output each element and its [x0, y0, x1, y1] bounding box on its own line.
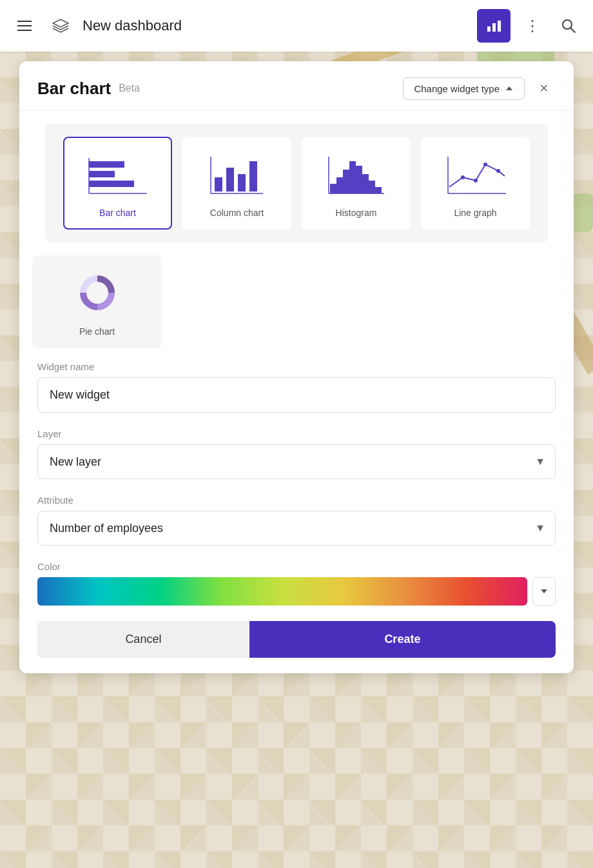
- create-button[interactable]: Create: [249, 621, 556, 658]
- column-chart-option[interactable]: Column chart: [182, 137, 291, 230]
- close-button[interactable]: ×: [532, 77, 556, 100]
- svg-point-31: [496, 169, 500, 173]
- svg-rect-8: [89, 171, 115, 177]
- svg-point-30: [483, 163, 487, 166]
- topbar: New dashboard ⋮: [0, 0, 593, 52]
- svg-point-28: [461, 175, 465, 179]
- svg-marker-0: [53, 19, 68, 27]
- layer-label: Layer: [37, 428, 556, 439]
- color-strip: [37, 577, 556, 606]
- menu-button[interactable]: [10, 12, 39, 40]
- chart-type-row2: Pie chart: [32, 255, 561, 361]
- bar-chart-label: Bar chart: [99, 208, 136, 218]
- panel-header-actions: Change widget type ×: [403, 77, 556, 100]
- attribute-select[interactable]: Number of employees: [37, 511, 556, 546]
- change-widget-label: Change widget type: [414, 83, 500, 94]
- svg-rect-15: [249, 161, 257, 192]
- histogram-svg: [321, 152, 392, 197]
- color-dropdown-button[interactable]: [532, 577, 556, 606]
- svg-rect-2: [492, 23, 496, 32]
- panel-title: Bar chart: [37, 79, 111, 99]
- svg-rect-19: [336, 177, 343, 193]
- attribute-select-wrapper: Number of employees ▼: [37, 511, 556, 546]
- dashboard-active-button[interactable]: [477, 9, 510, 43]
- chart-type-grid: Bar chart Column chart: [45, 124, 548, 242]
- bar-chart-icon-container: [79, 148, 157, 200]
- svg-rect-3: [498, 21, 501, 32]
- search-button[interactable]: [554, 12, 583, 40]
- panel-inner: Bar chart Beta Change widget type ×: [19, 61, 574, 673]
- layers-icon: [52, 17, 70, 35]
- bar-chart-option[interactable]: Bar chart: [63, 137, 172, 230]
- svg-rect-7: [89, 161, 124, 168]
- pie-chart-label: Pie chart: [79, 326, 115, 337]
- form-section: Widget name Layer New layer ▼ Attribute …: [19, 361, 574, 606]
- svg-marker-35: [541, 589, 547, 593]
- column-chart-label: Column chart: [210, 208, 264, 218]
- dashboard-title: New dashboard: [83, 17, 469, 34]
- search-icon: [560, 17, 577, 34]
- layers-button[interactable]: [46, 12, 75, 40]
- svg-rect-21: [349, 161, 356, 193]
- histogram-label: Histogram: [336, 208, 377, 218]
- svg-line-5: [571, 28, 576, 33]
- chart-type-section: Bar chart Column chart: [19, 111, 574, 361]
- bar-chart-svg: [83, 152, 153, 197]
- panel-header: Bar chart Beta Change widget type ×: [19, 61, 574, 111]
- svg-rect-23: [362, 174, 369, 193]
- widget-name-label: Widget name: [37, 361, 556, 372]
- column-chart-svg: [202, 152, 273, 197]
- svg-rect-13: [226, 168, 234, 192]
- svg-rect-20: [343, 170, 349, 193]
- layer-select[interactable]: New layer: [37, 444, 556, 479]
- color-gradient[interactable]: [37, 577, 527, 606]
- beta-badge: Beta: [119, 83, 140, 94]
- line-graph-option[interactable]: Line graph: [421, 137, 530, 230]
- svg-rect-14: [238, 174, 246, 192]
- color-label: Color: [37, 561, 556, 572]
- svg-rect-24: [369, 181, 375, 193]
- svg-point-29: [474, 179, 478, 182]
- bar-chart-icon: [485, 17, 502, 34]
- svg-marker-6: [506, 86, 512, 90]
- pie-chart-svg: [75, 270, 120, 315]
- chevron-down-icon: [540, 587, 548, 595]
- svg-rect-12: [215, 177, 222, 192]
- chart-type-panel: Bar chart Beta Change widget type ×: [19, 61, 574, 673]
- line-graph-icon-container: [437, 148, 514, 200]
- svg-rect-22: [356, 166, 362, 193]
- histogram-icon-container: [318, 148, 395, 200]
- cancel-button[interactable]: Cancel: [37, 621, 249, 658]
- close-icon: ×: [540, 80, 549, 97]
- svg-rect-18: [330, 184, 336, 193]
- line-graph-svg: [440, 152, 511, 197]
- hamburger-icon: [17, 21, 32, 31]
- svg-rect-9: [89, 181, 134, 187]
- widget-name-input[interactable]: [37, 377, 556, 413]
- panel-title-area: Bar chart Beta: [37, 79, 140, 99]
- more-options-button[interactable]: ⋮: [518, 12, 547, 40]
- line-graph-label: Line graph: [454, 208, 496, 218]
- attribute-label: Attribute: [37, 495, 556, 506]
- pie-chart-icon-container: [59, 267, 136, 319]
- layer-select-wrapper: New layer ▼: [37, 444, 556, 479]
- chevron-up-icon: [505, 84, 514, 93]
- change-widget-type-button[interactable]: Change widget type: [403, 77, 525, 100]
- more-icon: ⋮: [525, 17, 541, 35]
- pie-chart-option[interactable]: Pie chart: [32, 255, 162, 348]
- svg-rect-1: [487, 26, 491, 32]
- column-chart-icon-container: [199, 148, 276, 200]
- svg-rect-25: [375, 187, 382, 193]
- action-buttons: Cancel Create: [19, 621, 574, 673]
- histogram-option[interactable]: Histogram: [302, 137, 411, 230]
